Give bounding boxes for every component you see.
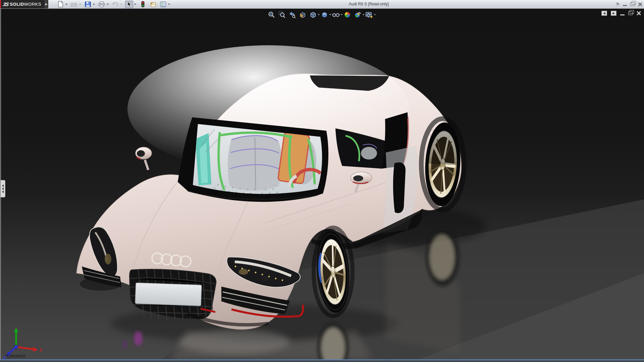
main-toolbar xyxy=(56,0,171,8)
view-orientation-dropdown[interactable] xyxy=(317,11,321,19)
status-segment xyxy=(0,359,201,362)
view-orientation-button[interactable] xyxy=(309,11,317,19)
status-segment xyxy=(330,359,386,362)
previous-view-icon xyxy=(289,11,296,18)
mirror-left[interactable] xyxy=(136,147,152,170)
zoom-to-fit-button[interactable] xyxy=(268,11,276,19)
view-orientation-label: *Dimetric xyxy=(5,353,26,359)
help-dropdown-icon xyxy=(618,4,620,5)
heads-up-view-toolbar xyxy=(268,11,377,19)
zoom-area-icon xyxy=(278,11,286,18)
checklist-icon xyxy=(160,1,166,7)
windshield[interactable] xyxy=(178,117,328,202)
reflection-magenta-spot xyxy=(134,331,143,346)
view-cube-icon xyxy=(310,11,317,18)
zoom-fit-icon xyxy=(268,11,275,18)
checklist-dropdown[interactable] xyxy=(167,1,171,8)
zoom-to-area-button[interactable] xyxy=(278,11,286,19)
note-button[interactable] xyxy=(149,1,157,8)
document-title: Audi R8 S [Read-only] xyxy=(349,2,423,6)
restore-button[interactable] xyxy=(630,2,635,6)
help-button[interactable]: ? xyxy=(616,2,620,7)
section-view-icon xyxy=(299,11,307,18)
x-axis-arrow xyxy=(33,347,38,352)
display-style-dropdown[interactable] xyxy=(329,11,332,19)
save-button[interactable] xyxy=(84,1,92,8)
new-document-icon xyxy=(58,1,63,7)
license-plate xyxy=(135,283,202,306)
collapse-triangle-icon xyxy=(2,184,4,187)
minimize-button[interactable] xyxy=(623,5,627,6)
open-folder-icon xyxy=(71,2,77,7)
collapse-triangle-icon xyxy=(2,187,4,190)
save-dropdown[interactable] xyxy=(92,1,96,8)
new-document-dropdown[interactable] xyxy=(64,1,68,8)
select-button[interactable] xyxy=(125,1,133,8)
undo-arrow-icon xyxy=(112,1,119,7)
status-strip xyxy=(0,359,644,362)
select-dropdown[interactable] xyxy=(133,1,137,8)
checklist-button[interactable] xyxy=(159,1,167,8)
display-style-icon xyxy=(321,11,328,18)
traffic-light-button[interactable] xyxy=(139,1,147,8)
open-button[interactable] xyxy=(70,1,78,8)
scene-ball-icon xyxy=(354,11,362,18)
collapse-triangle-icon xyxy=(2,190,4,193)
collapse-right-pane-button[interactable]: ▶ xyxy=(611,11,616,16)
status-segment xyxy=(201,359,330,362)
edit-appearance-button[interactable] xyxy=(343,11,352,19)
close-button[interactable] xyxy=(638,2,642,6)
minimize-document-button[interactable] xyxy=(620,14,625,15)
display-style-button[interactable] xyxy=(321,11,329,19)
undo-dropdown[interactable] xyxy=(119,1,123,8)
new-document-button[interactable] xyxy=(56,1,64,8)
view-settings-dropdown[interactable] xyxy=(373,11,377,19)
note-icon xyxy=(150,1,156,7)
previous-view-button[interactable] xyxy=(288,11,297,19)
select-cursor-icon xyxy=(127,1,131,7)
titlebar: 3S SOLIDWORKS ▶ xyxy=(0,0,644,9)
solidworks-logo-text: SOLIDWORKS xyxy=(10,2,41,7)
apply-scene-button[interactable] xyxy=(354,11,362,19)
side-air-intake xyxy=(393,162,406,213)
open-dropdown[interactable] xyxy=(78,1,82,8)
model-scene[interactable] xyxy=(0,8,644,359)
section-view-button[interactable] xyxy=(299,11,307,19)
traffic-light-icon xyxy=(141,1,145,7)
hide-show-items-button[interactable] xyxy=(332,11,340,19)
apply-scene-dropdown[interactable] xyxy=(362,11,365,19)
view-settings-button[interactable] xyxy=(365,11,373,19)
document-window-controls: ◀ ▶ xyxy=(601,11,641,16)
y-axis-arrow xyxy=(14,327,18,332)
x-axis-label: X xyxy=(40,348,42,353)
solidworks-logo-glyph: 3S xyxy=(2,1,9,7)
close-document-button[interactable] xyxy=(636,11,641,15)
eyeglasses-icon xyxy=(332,11,340,18)
feature-tree-flyout-tab[interactable] xyxy=(1,180,5,197)
front-grille[interactable] xyxy=(129,269,216,320)
print-button[interactable] xyxy=(98,1,106,8)
window-controls: ? xyxy=(616,0,642,8)
restore-document-button[interactable] xyxy=(628,11,633,15)
collapse-left-pane-button[interactable]: ◀ xyxy=(601,11,607,16)
solidworks-logo: 3S SOLIDWORKS xyxy=(0,0,44,8)
pane-right-arrow-icon: ▶ xyxy=(612,12,614,15)
hide-show-dropdown[interactable] xyxy=(340,11,343,19)
graphics-viewport[interactable]: ◀ ▶ X Z *Dimetric xyxy=(0,8,644,359)
triad-origin xyxy=(14,345,18,349)
pane-left-arrow-icon: ◀ xyxy=(603,12,605,15)
toolbar-expand-button[interactable]: ▶ xyxy=(44,0,48,8)
undo-button[interactable] xyxy=(111,1,119,8)
printer-icon xyxy=(98,1,105,7)
print-dropdown[interactable] xyxy=(106,1,109,8)
status-segment xyxy=(386,359,644,362)
save-floppy-icon xyxy=(85,1,91,7)
color-ball-icon xyxy=(344,11,351,18)
view-settings-icon xyxy=(365,11,373,18)
